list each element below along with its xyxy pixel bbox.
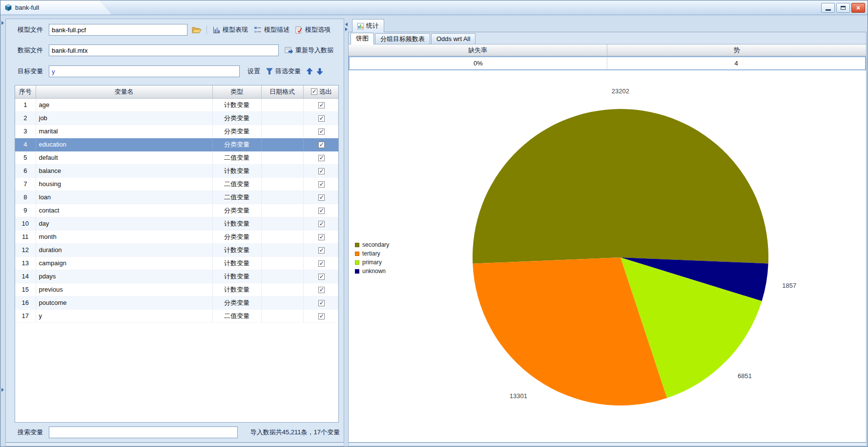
close-button[interactable]: × xyxy=(851,3,865,13)
date-format-cell xyxy=(261,151,303,164)
row-selected-checkbox[interactable] xyxy=(318,181,325,188)
missing-rate-header[interactable]: 缺失率 xyxy=(349,44,607,56)
variable-type: 计数变量 xyxy=(212,270,261,283)
table-row[interactable]: 2job分类变量 xyxy=(15,111,339,125)
edit-options-icon xyxy=(295,26,303,34)
table-row[interactable]: 8loan二值变量 xyxy=(15,191,339,204)
minimize-button[interactable] xyxy=(821,3,835,13)
row-index: 7 xyxy=(15,177,36,191)
settings-button[interactable]: 设置 xyxy=(248,67,260,76)
subtab-pie-chart[interactable]: 饼图 xyxy=(351,33,374,44)
table-header-row: 序号 变量名 类型 日期格式 选出 xyxy=(15,85,339,98)
open-model-file-button[interactable] xyxy=(192,26,202,34)
table-row[interactable]: 12duration计数变量 xyxy=(15,243,339,256)
select-all-checkbox[interactable] xyxy=(311,88,317,95)
cardinality-header[interactable]: 势 xyxy=(607,44,866,56)
selected-cell xyxy=(303,217,339,230)
expand-right-icon[interactable] xyxy=(1,21,4,25)
move-up-button[interactable] xyxy=(307,68,312,75)
table-row[interactable]: 15previous计数变量 xyxy=(15,283,339,296)
reimport-data-button[interactable]: 重新导入数据 xyxy=(285,46,333,55)
table-row[interactable]: 5default二值变量 xyxy=(15,151,339,164)
pie-value-label-tertiary: 13301 xyxy=(510,392,527,400)
app-cube-icon xyxy=(4,4,12,12)
expand-right-icon[interactable] xyxy=(1,388,4,392)
collapse-right-icon[interactable] xyxy=(345,27,348,31)
row-selected-checkbox[interactable] xyxy=(318,115,325,122)
row-selected-checkbox[interactable] xyxy=(318,142,325,148)
table-row[interactable]: 4education分类变量 xyxy=(15,138,339,151)
row-selected-checkbox[interactable] xyxy=(318,194,325,201)
table-row[interactable]: 10day计数变量 xyxy=(15,217,339,230)
row-selected-checkbox[interactable] xyxy=(318,274,325,280)
table-row[interactable]: 14pdays计数变量 xyxy=(15,270,339,283)
table-row[interactable]: 6balance计数变量 xyxy=(15,164,339,177)
row-selected-checkbox[interactable] xyxy=(318,102,325,108)
row-selected-checkbox[interactable] xyxy=(318,313,325,319)
table-row[interactable]: 1age计数变量 xyxy=(15,98,339,111)
table-row[interactable]: 17y二值变量 xyxy=(15,309,339,322)
date-format-cell xyxy=(261,217,303,230)
row-index: 9 xyxy=(15,204,36,217)
row-selected-checkbox[interactable] xyxy=(318,287,325,293)
table-row[interactable]: 9contact分类变量 xyxy=(15,204,339,217)
row-selected-checkbox[interactable] xyxy=(318,155,325,161)
maximize-button[interactable] xyxy=(836,3,850,13)
row-selected-checkbox[interactable] xyxy=(318,260,325,267)
model-performance-button[interactable]: 模型表现 xyxy=(213,25,248,34)
target-variable-row: 目标变量 设置 筛选变量 xyxy=(18,64,323,78)
target-variable-input[interactable] xyxy=(49,65,240,77)
subtab-odds-wrt-all[interactable]: Odds wrt All xyxy=(431,33,475,44)
reimport-data-label: 重新导入数据 xyxy=(295,46,333,55)
date-format-cell xyxy=(261,243,303,256)
filter-variables-button[interactable]: 筛选变量 xyxy=(266,67,301,76)
row-selected-checkbox[interactable] xyxy=(318,208,325,214)
left-panel: 模型文件 模型表现 xyxy=(5,19,344,443)
left-edge-splitter[interactable] xyxy=(0,15,5,447)
bottom-splitter-left[interactable] xyxy=(5,443,344,447)
column-header-name[interactable]: 变量名 xyxy=(36,85,212,98)
row-selected-checkbox[interactable] xyxy=(318,247,325,254)
row-index: 1 xyxy=(15,98,36,111)
pie-chart: 232021857685113301 xyxy=(349,71,866,442)
collapse-left-icon[interactable] xyxy=(345,22,348,26)
tab-statistics[interactable]: 统计 xyxy=(352,19,384,32)
variable-name: job xyxy=(36,111,212,125)
pie-value-label-secondary: 23202 xyxy=(612,87,629,95)
legend-label: tertiary xyxy=(362,250,380,257)
row-selected-checkbox[interactable] xyxy=(318,128,325,135)
search-row: 搜索变量 导入数据共45,211条，17个变量 xyxy=(18,426,340,439)
model-description-button[interactable]: 模型描述 xyxy=(254,25,289,34)
column-header-date-format[interactable]: 日期格式 xyxy=(261,85,303,98)
variable-type: 分类变量 xyxy=(212,230,261,243)
row-selected-checkbox[interactable] xyxy=(318,234,325,240)
row-selected-checkbox[interactable] xyxy=(318,300,325,306)
bottom-splitter-right[interactable] xyxy=(348,443,867,447)
import-status-text: 导入数据共45,211条，17个变量 xyxy=(250,428,340,437)
pie-slice-secondary[interactable] xyxy=(473,109,768,264)
panel-splitter[interactable] xyxy=(344,19,348,443)
table-row[interactable]: 3marital分类变量 xyxy=(15,125,339,138)
date-format-cell xyxy=(261,230,303,243)
search-variable-input[interactable] xyxy=(49,426,238,438)
titlebar: bank-full × xyxy=(0,0,868,15)
move-down-button[interactable] xyxy=(317,68,323,75)
legend-swatch xyxy=(355,243,359,247)
row-index: 13 xyxy=(15,256,36,270)
data-file-input[interactable] xyxy=(49,44,279,56)
selected-cell xyxy=(303,270,339,283)
model-options-button[interactable]: 模型选项 xyxy=(295,25,331,34)
row-selected-checkbox[interactable] xyxy=(318,168,325,174)
table-row[interactable]: 13campaign计数变量 xyxy=(15,256,339,270)
row-selected-checkbox[interactable] xyxy=(318,221,325,227)
model-file-input[interactable] xyxy=(49,24,187,36)
column-header-type[interactable]: 类型 xyxy=(212,85,261,98)
column-header-selected[interactable]: 选出 xyxy=(303,85,339,98)
right-panel-tabrow: 统计 xyxy=(348,19,867,32)
table-row[interactable]: 16poutcome分类变量 xyxy=(15,296,339,309)
table-row[interactable]: 7housing二值变量 xyxy=(15,177,339,191)
variable-type: 二值变量 xyxy=(212,151,261,164)
subtab-grouped-target-frequency[interactable]: 分组目标频数表 xyxy=(375,33,430,44)
column-header-index[interactable]: 序号 xyxy=(15,85,36,98)
table-row[interactable]: 11month分类变量 xyxy=(15,230,339,243)
